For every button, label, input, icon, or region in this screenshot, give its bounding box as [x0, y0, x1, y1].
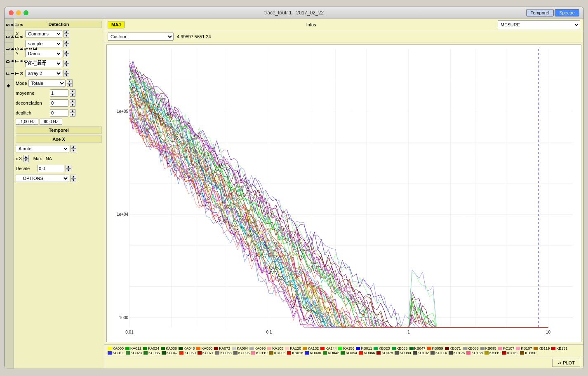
options-select[interactable]: -- OPTIONS -- [16, 175, 69, 182]
legend-item: KC059 [179, 351, 196, 355]
legend-color-swatch [359, 351, 363, 355]
x-sub-select[interactable]: sample [25, 40, 62, 47]
ajoute-select[interactable]: Ajoute [16, 145, 69, 152]
legend-label: KC119 [256, 351, 268, 355]
y-select[interactable]: Damc [25, 50, 62, 57]
y-sub2-up[interactable]: ▲ [64, 70, 69, 73]
legend-item: KC023 [126, 351, 142, 355]
side-tab-sauv[interactable]: SAUV [5, 19, 13, 30]
legend-color-swatch [485, 351, 489, 355]
legend-color-swatch [251, 351, 255, 355]
legend-label: KA012 [130, 346, 141, 350]
legend-color-swatch [269, 351, 273, 355]
legend-area: KA000KA012KA024KA036KA048KA060KA072KA084… [104, 344, 583, 357]
maximize-button[interactable] [24, 10, 28, 15]
ajoute-up[interactable]: ▲ [71, 145, 76, 149]
decale-down[interactable]: ▼ [66, 168, 71, 172]
side-tab-effa[interactable]: EFFA [5, 30, 13, 42]
decale-up[interactable]: ▲ [66, 165, 71, 168]
mesure-select[interactable]: MESURE [498, 20, 580, 29]
ajoute-down[interactable]: ▼ [71, 149, 76, 152]
maj-button[interactable]: MAJ [108, 21, 125, 28]
xmult-up[interactable]: ▲ [23, 155, 29, 159]
legend-label: KB119 [489, 351, 501, 355]
y-sub2-select[interactable]: array 2 [25, 70, 62, 77]
x-down[interactable]: ▼ [64, 34, 69, 37]
legend-color-swatch [466, 351, 470, 355]
side-tab-eye[interactable]: ◆ [5, 79, 13, 93]
legend-color-swatch [305, 351, 309, 355]
moyenne-down[interactable]: ▼ [70, 93, 75, 97]
y-sub1-down[interactable]: ▼ [64, 63, 69, 67]
moyenne-up[interactable]: ▲ [70, 89, 75, 93]
y-sub2-down[interactable]: ▼ [64, 73, 69, 77]
y-up[interactable]: ▲ [64, 50, 69, 54]
legend-item: KD102 [413, 351, 429, 355]
legend-color-swatch [108, 347, 112, 350]
legend-label: KA132 [308, 346, 319, 350]
legend-color-swatch [143, 351, 148, 355]
legend-item: KB119 [485, 351, 501, 355]
legend-color-swatch [179, 351, 183, 355]
y-sub1-up[interactable]: ▲ [64, 60, 69, 63]
x-sub-down[interactable]: ▼ [64, 44, 69, 47]
x-select[interactable]: Communs [25, 30, 62, 37]
legend-color-swatch [392, 347, 396, 350]
options-up[interactable]: ▲ [71, 175, 76, 178]
moyenne-spin: ▲ ▼ [70, 89, 75, 97]
side-tab-detection[interactable]: DETECTION [5, 55, 13, 67]
legend-item: KB018 [287, 351, 303, 355]
minimize-button[interactable] [16, 10, 21, 15]
mode-select[interactable]: Totale [28, 79, 66, 87]
decorrelation-down[interactable]: ▼ [70, 103, 75, 107]
deglitch-down[interactable]: ▼ [70, 113, 75, 117]
mode-up[interactable]: ▲ [67, 79, 73, 83]
legend-label: KA000 [113, 346, 124, 350]
custom-select[interactable]: Custom [108, 33, 174, 41]
x-up[interactable]: ▲ [64, 30, 69, 34]
y-down[interactable]: ▼ [64, 54, 69, 57]
legend-item: KB023 [374, 346, 390, 350]
legend-color-swatch [520, 351, 524, 355]
decorrelation-up[interactable]: ▲ [70, 99, 75, 103]
mode-row: Mode Totale ▲ ▼ [16, 79, 102, 87]
legend-label: KD042 [328, 351, 339, 355]
legend-color-swatch [534, 347, 538, 350]
legend-color-swatch [516, 347, 520, 350]
left-side-tabs: SAUV EFFA LEGENDE DETECTION FITS ◆ [5, 19, 14, 369]
legend-item: KA156 [338, 346, 354, 350]
moyenne-input[interactable] [50, 89, 68, 97]
infos-label: Infos [128, 22, 494, 27]
temporel-label: Temporel [16, 126, 102, 134]
side-tab-fits[interactable]: FITS [5, 67, 13, 79]
legend-color-swatch [449, 351, 453, 355]
options-down[interactable]: ▼ [71, 178, 76, 182]
legend-color-swatch [215, 351, 219, 355]
plot-button[interactable]: -> PLOT [552, 359, 580, 367]
x-spin: ▲ ▼ [64, 30, 69, 37]
deglitch-input[interactable] [50, 109, 68, 117]
legend-item: KC107 [498, 346, 515, 350]
deglitch-up[interactable]: ▲ [70, 109, 75, 113]
xmult-down[interactable]: ▼ [23, 159, 29, 162]
tab-temporal[interactable]: Temporel [526, 9, 554, 16]
legend-item: KB071 [445, 346, 461, 350]
x-sub-up[interactable]: ▲ [64, 40, 69, 44]
legend-item: KA024 [143, 346, 159, 350]
legend-label: KC059 [184, 351, 196, 355]
window-title: trace_tout/ 1 - 2017_02_22 [264, 10, 324, 16]
legend-item: KD114 [430, 351, 447, 355]
side-tab-legende[interactable]: LEGENDE [5, 42, 13, 55]
options-row: -- OPTIONS -- ▲ ▼ [16, 175, 102, 182]
legend-color-swatch [232, 347, 236, 350]
legend-color-swatch [196, 347, 200, 350]
legend-label: KB083 [468, 346, 479, 350]
legend-item: KB059 [427, 346, 443, 350]
y-label: Y [16, 51, 24, 56]
close-button[interactable] [9, 10, 14, 15]
legend-item: KD066 [359, 351, 375, 355]
tab-spectre[interactable]: Spectre [555, 9, 579, 16]
decorrelation-input[interactable] [50, 99, 68, 107]
mode-down[interactable]: ▼ [67, 83, 73, 87]
decale-input[interactable] [38, 165, 64, 172]
